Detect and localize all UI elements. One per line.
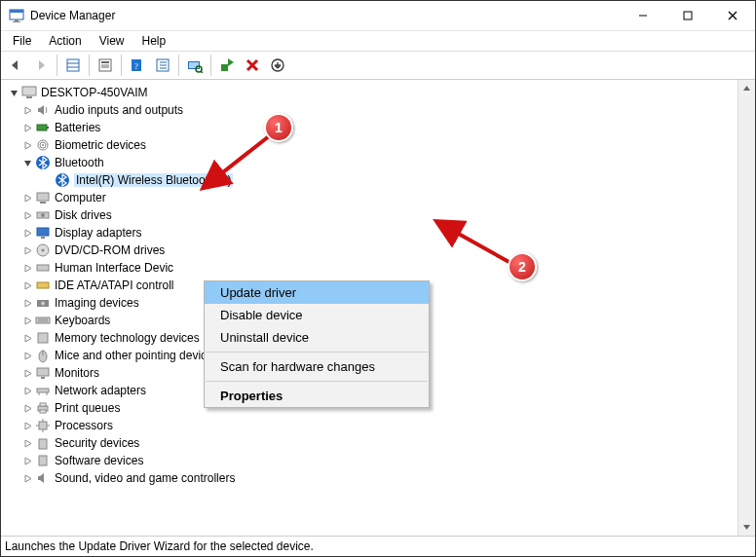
tree-node-software[interactable]: Software devices bbox=[1, 452, 737, 469]
expand-icon[interactable] bbox=[20, 226, 34, 240]
expand-icon[interactable] bbox=[20, 419, 34, 432]
scroll-down-icon[interactable] bbox=[738, 519, 755, 536]
tree-node-display[interactable]: Display adapters bbox=[1, 224, 737, 241]
svg-rect-29 bbox=[22, 87, 36, 95]
device-tree[interactable]: DESKTOP-450VAIM Audio inputs and outputs… bbox=[1, 80, 737, 536]
expand-icon[interactable] bbox=[20, 103, 34, 117]
expand-icon[interactable] bbox=[20, 331, 34, 345]
svg-rect-62 bbox=[40, 403, 46, 406]
expand-icon[interactable] bbox=[20, 454, 34, 467]
context-update-driver[interactable]: Update driver bbox=[205, 281, 429, 304]
svg-point-45 bbox=[42, 249, 45, 252]
printer-icon bbox=[35, 400, 51, 416]
bluetooth-icon bbox=[55, 172, 70, 188]
computer-icon bbox=[35, 190, 51, 205]
device-manager-window: Device Manager File Action View Help ? bbox=[0, 0, 756, 557]
toolbar-separator bbox=[210, 55, 211, 76]
action-list-button[interactable] bbox=[151, 54, 174, 77]
svg-rect-12 bbox=[101, 61, 109, 63]
tree-node-audio[interactable]: Audio inputs and outputs bbox=[1, 101, 737, 119]
expand-icon[interactable] bbox=[20, 314, 34, 327]
scan-hardware-button[interactable] bbox=[183, 54, 207, 77]
tree-node-hid[interactable]: Human Interface Devic bbox=[1, 259, 737, 277]
expand-icon[interactable] bbox=[20, 121, 34, 134]
svg-rect-25 bbox=[221, 64, 228, 71]
svg-rect-50 bbox=[36, 317, 50, 323]
help-button[interactable]: ? bbox=[126, 54, 149, 77]
collapse-icon[interactable] bbox=[7, 86, 20, 99]
selected-device-label: Intel(R) Wireless Bluetooth(R) bbox=[74, 173, 233, 187]
context-uninstall-device[interactable]: Uninstall device bbox=[205, 326, 429, 349]
expand-icon[interactable] bbox=[20, 471, 34, 485]
maximize-button[interactable] bbox=[665, 1, 710, 30]
svg-rect-46 bbox=[37, 265, 49, 271]
mouse-icon bbox=[35, 348, 51, 363]
uninstall-button[interactable] bbox=[241, 54, 264, 77]
tree-node-processors[interactable]: Processors bbox=[1, 417, 737, 434]
menu-file[interactable]: File bbox=[5, 33, 39, 49]
tree-node-biometric[interactable]: Biometric devices bbox=[1, 136, 737, 154]
content-area: DESKTOP-450VAIM Audio inputs and outputs… bbox=[1, 80, 755, 536]
expand-icon[interactable] bbox=[20, 384, 34, 397]
svg-rect-3 bbox=[13, 21, 20, 22]
tree-node-dvd[interactable]: DVD/CD-ROM drives bbox=[1, 241, 737, 259]
computer-icon bbox=[21, 85, 37, 100]
expand-icon[interactable] bbox=[20, 243, 34, 257]
context-separator bbox=[206, 352, 428, 353]
tree-node-batteries[interactable]: Batteries bbox=[1, 119, 737, 136]
tree-node-sound[interactable]: Sound, video and game controllers bbox=[1, 469, 737, 487]
context-properties[interactable]: Properties bbox=[205, 385, 429, 407]
camera-icon bbox=[35, 295, 51, 311]
minimize-button[interactable] bbox=[621, 1, 665, 30]
collapse-icon[interactable] bbox=[20, 156, 34, 169]
menu-action[interactable]: Action bbox=[41, 33, 89, 49]
speaker-icon bbox=[35, 102, 51, 118]
svg-rect-47 bbox=[37, 282, 49, 288]
close-button[interactable] bbox=[710, 1, 755, 30]
properties-button[interactable] bbox=[94, 54, 117, 77]
statusbar: Launches the Update Driver Wizard for th… bbox=[1, 536, 755, 556]
svg-rect-70 bbox=[39, 456, 47, 465]
update-driver-button[interactable] bbox=[215, 54, 239, 77]
back-button[interactable] bbox=[4, 54, 27, 77]
context-disable-device[interactable]: Disable device bbox=[205, 304, 429, 326]
svg-rect-64 bbox=[39, 422, 47, 429]
svg-rect-56 bbox=[37, 368, 49, 376]
menu-help[interactable]: Help bbox=[134, 33, 174, 49]
expand-icon[interactable] bbox=[20, 401, 34, 415]
monitor-icon bbox=[35, 365, 51, 381]
svg-rect-8 bbox=[67, 59, 79, 71]
menu-view[interactable]: View bbox=[92, 33, 132, 49]
tree-root[interactable]: DESKTOP-450VAIM bbox=[1, 84, 737, 101]
toolbar-separator bbox=[89, 55, 90, 76]
status-text: Launches the Update Driver Wizard for th… bbox=[5, 539, 314, 553]
display-icon bbox=[35, 225, 51, 241]
expand-icon[interactable] bbox=[20, 138, 34, 152]
expand-icon[interactable] bbox=[20, 366, 34, 380]
tree-node-disk[interactable]: Disk drives bbox=[1, 206, 737, 224]
tree-node-bluetooth[interactable]: Bluetooth bbox=[1, 154, 737, 171]
svg-rect-38 bbox=[37, 193, 49, 201]
tree-node-security[interactable]: Security devices bbox=[1, 434, 737, 452]
expand-icon[interactable] bbox=[20, 436, 34, 450]
svg-rect-63 bbox=[40, 410, 46, 413]
titlebar: Device Manager bbox=[1, 1, 755, 31]
expand-icon[interactable] bbox=[20, 278, 34, 292]
expand-icon[interactable] bbox=[20, 296, 34, 310]
expand-icon[interactable] bbox=[20, 191, 34, 204]
context-scan-hardware[interactable]: Scan for hardware changes bbox=[205, 355, 429, 378]
svg-rect-42 bbox=[37, 228, 49, 236]
tree-node-computer[interactable]: Computer bbox=[1, 189, 737, 206]
vertical-scrollbar[interactable] bbox=[737, 80, 755, 536]
expand-icon[interactable] bbox=[20, 349, 34, 362]
expand-icon[interactable] bbox=[20, 261, 34, 275]
window-title: Device Manager bbox=[30, 9, 115, 22]
expand-icon[interactable] bbox=[20, 208, 34, 222]
scroll-up-icon[interactable] bbox=[738, 80, 755, 96]
disable-button[interactable] bbox=[266, 54, 289, 77]
svg-point-49 bbox=[41, 302, 45, 306]
tree-node-bluetooth-device[interactable]: Intel(R) Wireless Bluetooth(R) bbox=[1, 171, 737, 189]
forward-button[interactable] bbox=[29, 54, 53, 77]
show-hide-tree-button[interactable] bbox=[61, 54, 85, 77]
svg-rect-30 bbox=[26, 96, 32, 98]
